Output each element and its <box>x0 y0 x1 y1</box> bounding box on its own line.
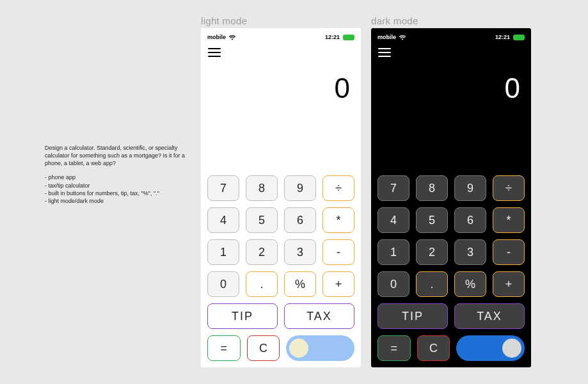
battery-icon <box>343 35 354 40</box>
menu-button[interactable] <box>207 48 354 57</box>
phone-dark: mobile 12:21 0 7 8 9 ÷ 4 5 6 * 1 2 <box>371 28 531 367</box>
brief-bullets: phone app tax/tip calculator built in bu… <box>45 173 192 205</box>
key-2[interactable]: 2 <box>416 239 448 265</box>
hamburger-icon <box>378 48 391 57</box>
hamburger-icon <box>208 48 221 57</box>
key-divide[interactable]: ÷ <box>493 175 525 201</box>
key-0[interactable]: 0 <box>207 271 239 297</box>
statusbar: mobile 12:21 <box>377 33 525 42</box>
calc-display: 0 <box>207 57 354 116</box>
brief-bullet: light mode/dark mode <box>45 197 192 205</box>
key-7[interactable]: 7 <box>377 175 409 201</box>
theme-toggle[interactable] <box>456 335 525 361</box>
key-1[interactable]: 1 <box>207 239 239 265</box>
key-4[interactable]: 4 <box>207 207 239 233</box>
key-add[interactable]: + <box>493 271 525 297</box>
theme-toggle[interactable] <box>286 335 354 361</box>
statusbar: mobile 12:21 <box>207 33 354 42</box>
key-3[interactable]: 3 <box>284 239 316 265</box>
key-tax[interactable]: TAX <box>284 303 354 329</box>
key-divide[interactable]: ÷ <box>322 175 354 201</box>
key-0[interactable]: 0 <box>377 271 409 297</box>
clock-label: 12:21 <box>495 34 510 40</box>
key-percent[interactable]: % <box>454 271 486 297</box>
key-dot[interactable]: . <box>416 271 448 297</box>
phone-light: mobile 12:21 0 7 8 9 ÷ 4 5 6 * 1 2 <box>201 28 361 367</box>
key-9[interactable]: 9 <box>284 175 316 201</box>
carrier-label: mobile <box>207 34 226 40</box>
key-1[interactable]: 1 <box>377 239 409 265</box>
toggle-knob-icon <box>502 339 521 358</box>
key-8[interactable]: 8 <box>416 175 448 201</box>
dark-mode-label: dark mode <box>371 15 418 26</box>
keypad: 7 8 9 ÷ 4 5 6 * 1 2 3 - 0 . % + TIP TAX … <box>377 175 525 361</box>
key-percent[interactable]: % <box>284 271 316 297</box>
key-2[interactable]: 2 <box>246 239 278 265</box>
key-4[interactable]: 4 <box>377 207 409 233</box>
key-equals[interactable]: = <box>207 335 241 361</box>
design-brief: Design a calculator. Standard, scientifi… <box>45 144 192 205</box>
brief-bullet: phone app <box>45 173 192 181</box>
key-tax[interactable]: TAX <box>454 303 525 329</box>
key-5[interactable]: 5 <box>416 207 448 233</box>
key-9[interactable]: 9 <box>454 175 486 201</box>
toggle-knob-icon <box>289 339 308 358</box>
wifi-icon <box>399 34 406 40</box>
key-multiply[interactable]: * <box>322 207 354 233</box>
clock-label: 12:21 <box>325 34 340 40</box>
key-tip[interactable]: TIP <box>207 303 278 329</box>
key-clear[interactable]: C <box>417 335 450 361</box>
key-tip[interactable]: TIP <box>377 303 448 329</box>
key-5[interactable]: 5 <box>246 207 278 233</box>
key-equals[interactable]: = <box>377 335 411 361</box>
key-8[interactable]: 8 <box>246 175 278 201</box>
key-subtract[interactable]: - <box>322 239 354 265</box>
key-subtract[interactable]: - <box>493 239 525 265</box>
menu-button[interactable] <box>377 48 525 57</box>
brief-bullet: tax/tip calculator <box>45 182 192 189</box>
key-6[interactable]: 6 <box>454 207 486 233</box>
key-6[interactable]: 6 <box>284 207 316 233</box>
key-add[interactable]: + <box>322 271 354 297</box>
battery-icon <box>513 35 525 40</box>
brief-bullet: built in buttons for numbers, tip, tax, … <box>45 189 192 197</box>
light-mode-label: light mode <box>201 15 247 26</box>
calc-display: 0 <box>377 57 525 116</box>
key-clear[interactable]: C <box>247 335 280 361</box>
wifi-icon <box>228 34 236 40</box>
key-3[interactable]: 3 <box>454 239 486 265</box>
key-multiply[interactable]: * <box>493 207 525 233</box>
key-dot[interactable]: . <box>246 271 278 297</box>
brief-prompt: Design a calculator. Standard, scientifi… <box>45 144 192 167</box>
key-7[interactable]: 7 <box>207 175 239 201</box>
keypad: 7 8 9 ÷ 4 5 6 * 1 2 3 - 0 . % + TIP TAX … <box>207 175 354 361</box>
carrier-label: mobile <box>377 34 396 40</box>
